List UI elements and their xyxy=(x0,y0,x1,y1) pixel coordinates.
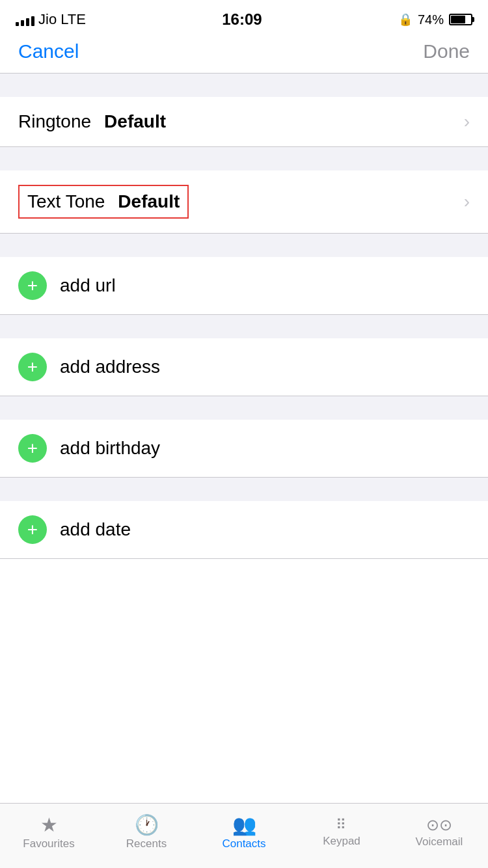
add-url-plus-icon: + xyxy=(27,277,38,295)
add-url-circle: + xyxy=(18,271,47,300)
signal-bar-1 xyxy=(16,22,19,26)
nav-bar: Cancel Done xyxy=(0,35,488,73)
battery-percentage: 74% xyxy=(418,12,444,27)
text-tone-value: Default xyxy=(118,191,180,212)
add-address-label: add address xyxy=(60,357,160,377)
add-birthday-row[interactable]: + add birthday xyxy=(0,420,488,477)
signal-bar-3 xyxy=(26,18,29,26)
add-date-divider xyxy=(0,558,488,559)
carrier-label: Jio xyxy=(38,11,57,28)
text-tone-row[interactable]: Text Tone Default › xyxy=(0,170,488,233)
add-birthday-plus-icon: + xyxy=(27,439,38,457)
voicemail-icon: ⊙⊙ xyxy=(426,817,452,833)
keypad-icon: ⠿ xyxy=(336,818,347,832)
signal-bars xyxy=(16,13,34,26)
contacts-label: Contacts xyxy=(222,837,265,850)
add-date-plus-icon: + xyxy=(27,521,38,539)
status-bar: Jio LTE 16:09 🔒 74% xyxy=(0,0,488,35)
add-birthday-label: add birthday xyxy=(60,438,160,459)
network-label: LTE xyxy=(61,11,86,28)
tab-keypad[interactable]: ⠿ Keypad xyxy=(293,818,390,848)
done-button[interactable]: Done xyxy=(423,40,470,62)
signal-bar-4 xyxy=(31,16,34,26)
signal-bar-2 xyxy=(21,20,24,26)
cancel-button[interactable]: Cancel xyxy=(18,40,79,62)
add-url-section: + add url xyxy=(0,257,488,315)
add-url-row[interactable]: + add url xyxy=(0,257,488,314)
main-content: Ringtone Default › Text Tone Default › + xyxy=(0,74,488,631)
battery-fill xyxy=(451,16,465,23)
add-birthday-section: + add birthday xyxy=(0,420,488,478)
add-address-circle: + xyxy=(18,353,47,381)
keypad-label: Keypad xyxy=(323,835,360,848)
add-date-label: add date xyxy=(60,519,131,540)
section-gap-addr xyxy=(0,315,488,338)
tab-contacts[interactable]: 👥 Contacts xyxy=(195,815,293,850)
text-tone-left: Text Tone Default xyxy=(18,185,189,219)
section-gap-mid xyxy=(0,147,488,170)
text-tone-chevron-icon: › xyxy=(464,191,470,212)
ringtone-chevron-icon: › xyxy=(464,111,470,132)
voicemail-label: Voicemail xyxy=(416,835,463,848)
text-tone-section: Text Tone Default › xyxy=(0,170,488,234)
add-birthday-circle: + xyxy=(18,434,47,463)
text-tone-highlight: Text Tone Default xyxy=(18,185,189,219)
text-tone-label: Text Tone xyxy=(27,191,105,212)
ringtone-section: Ringtone Default › xyxy=(0,97,488,147)
add-address-section: + add address xyxy=(0,338,488,396)
ringtone-label: Ringtone xyxy=(18,111,91,132)
add-date-section: + add date xyxy=(0,501,488,559)
section-gap-date xyxy=(0,478,488,501)
ringtone-value: Default xyxy=(104,111,166,132)
tab-recents[interactable]: 🕐 Recents xyxy=(98,815,195,850)
favourites-label: Favourites xyxy=(23,837,74,850)
ringtone-row[interactable]: Ringtone Default › xyxy=(0,97,488,146)
add-address-plus-icon: + xyxy=(27,358,38,376)
status-left: Jio LTE xyxy=(16,11,86,28)
add-date-circle: + xyxy=(18,515,47,544)
recents-icon: 🕐 xyxy=(135,815,159,835)
status-time: 16:09 xyxy=(222,10,262,29)
lock-icon: 🔒 xyxy=(398,12,413,27)
section-gap-add xyxy=(0,234,488,257)
favourites-icon: ★ xyxy=(40,815,58,835)
contacts-icon: 👥 xyxy=(232,815,256,835)
add-date-row[interactable]: + add date xyxy=(0,501,488,558)
tab-voicemail[interactable]: ⊙⊙ Voicemail xyxy=(390,817,488,848)
battery-icon xyxy=(449,14,472,25)
tab-favourites[interactable]: ★ Favourites xyxy=(0,815,98,850)
add-url-label: add url xyxy=(60,275,116,296)
tab-bar: ★ Favourites 🕐 Recents 👥 Contacts ⠿ Keyp… xyxy=(0,803,488,868)
ringtone-left: Ringtone Default xyxy=(18,111,166,132)
status-right: 🔒 74% xyxy=(398,12,472,27)
section-gap-bday xyxy=(0,396,488,420)
section-gap-top xyxy=(0,74,488,97)
recents-label: Recents xyxy=(126,837,167,850)
add-address-row[interactable]: + add address xyxy=(0,338,488,396)
